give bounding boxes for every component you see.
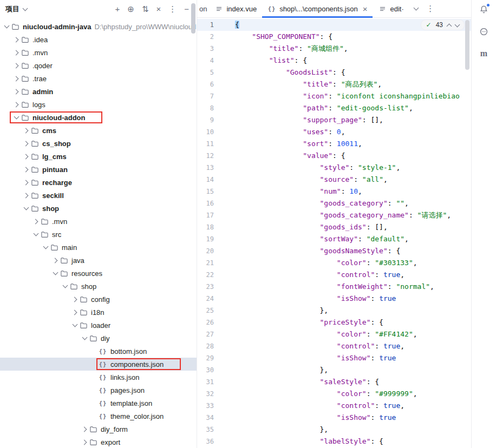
prev-problem-icon[interactable] [447,23,452,29]
tree-item-export[interactable]: export [0,436,197,448]
kebab-menu-icon[interactable]: ⋮ [168,5,177,13]
code-line-35[interactable]: 35 }, [197,424,471,436]
code-line-6[interactable]: 6 "title": "商品列表", [197,78,471,90]
code-line-23[interactable]: 23 "fontWeight": "normal", [197,281,471,293]
code-line-24[interactable]: 24 "isShow": true [197,293,471,305]
code-line-11[interactable]: 11 "sort": 10011, [197,138,471,150]
code-line-33[interactable]: 33 "control": true, [197,400,471,412]
code-line-30[interactable]: 30 }, [197,364,471,376]
tree-item-.trae[interactable]: .trae [0,72,197,85]
code-line-15[interactable]: 15 "num": 10, [197,186,471,197]
swap-arrows-icon[interactable]: ⇅ [142,5,149,13]
chevron-down-icon[interactable] [51,269,60,278]
tab-edit-[interactable]: edit· [373,0,409,17]
chevron-down-icon[interactable] [41,243,50,252]
chevron-right-icon[interactable] [22,139,30,148]
tree-item-shop[interactable]: shop [0,280,197,293]
chevron-down-icon[interactable] [2,22,11,31]
tree-item-template.json[interactable]: {}template.json [0,397,197,410]
code-line-8[interactable]: 8 "path": "edit-goods-list", [197,102,471,114]
tree-item-links.json[interactable]: {}links.json [0,371,197,384]
chevron-down-icon[interactable] [409,0,423,17]
close-icon[interactable]: × [156,5,161,13]
tree-item-cs_shop[interactable]: cs_shop [0,137,197,150]
code-line-25[interactable]: 25 }, [197,305,471,317]
tree-item-niucloud-addon[interactable]: niucloud-addon [0,111,197,124]
tree-item-shop[interactable]: shop [0,202,197,215]
inspections-widget[interactable]: ✓ 43 [421,19,465,30]
tree-item-src[interactable]: src [0,228,197,241]
code-line-34[interactable]: 34 "isShow": true [197,412,471,424]
code-line-4[interactable]: 4 "list": { [197,55,471,67]
tree-item-.idea[interactable]: .idea [0,33,197,46]
tree-item-diy[interactable]: diy [0,332,197,345]
chevron-right-icon[interactable] [22,191,30,200]
code-line-19[interactable]: 19 "sortWay": "default", [197,233,471,245]
chevron-right-icon[interactable] [22,126,30,135]
tree-item-lg_cms[interactable]: lg_cms [0,150,197,163]
code-line-18[interactable]: 18 "goods_ids": [], [197,221,471,233]
hide-panel-icon[interactable]: − [184,5,189,13]
code-line-3[interactable]: 3 "title": "商城组件", [197,43,471,55]
code-line-10[interactable]: 10 "uses": 0, [197,126,471,138]
tree-item-niucloud-admin-java[interactable]: niucloud-admin-javaD:\phpstudy_pro\WWW\n… [0,20,197,33]
close-tab-icon[interactable]: × [363,5,368,13]
tab-overflow[interactable]: on [197,0,209,17]
tree-item-seckill[interactable]: seckill [0,189,197,202]
tree-item-resources[interactable]: resources [0,267,197,280]
tree-item-components.json[interactable]: {}components.json [0,358,197,371]
tree-item-bottom.json[interactable]: {}bottom.json [0,345,197,358]
code-line-28[interactable]: 28 "control": true, [197,340,471,352]
tree-item-.mvn[interactable]: .mvn [0,46,197,59]
tree-item-config[interactable]: config [0,293,197,306]
tree-scrollbar[interactable] [191,3,195,34]
tab-shop-components-json[interactable]: {}shop\...\components.json× [262,0,373,17]
chevron-right-icon[interactable] [51,256,60,265]
tab-index-vue[interactable]: index.vue [209,0,262,17]
tree-item-loader[interactable]: loader [0,319,197,332]
code-line-22[interactable]: 22 "control": true, [197,269,471,281]
chevron-right-icon[interactable] [80,438,89,446]
chevron-down-icon[interactable] [80,334,89,342]
tree-item-theme_color.json[interactable]: {}theme_color.json [0,410,197,423]
chevron-down-icon[interactable] [12,113,21,122]
chevron-right-icon[interactable] [12,74,21,83]
tree-item-main[interactable]: main [0,241,197,254]
add-icon[interactable]: + [115,5,120,13]
code-line-17[interactable]: 17 "goods_category_name": "请选择", [197,209,471,221]
chevron-down-icon[interactable] [22,204,30,213]
notifications-bell-icon[interactable] [479,4,490,15]
tree-item-diy_form[interactable]: diy_form [0,423,197,436]
tree-item-pages.json[interactable]: {}pages.json [0,384,197,397]
chevron-right-icon[interactable] [70,295,79,304]
tree-item-recharge[interactable]: recharge [0,176,197,189]
code-line-20[interactable]: 20 "goodsNameStyle": { [197,245,471,257]
next-problem-icon[interactable] [455,22,460,27]
tree-item-java[interactable]: java [0,254,197,267]
locate-file-icon[interactable]: ⊕ [127,5,134,13]
tree-item-.qoder[interactable]: .qoder [0,59,197,72]
tree-item-cms[interactable]: cms [0,124,197,137]
maven-icon[interactable]: m [479,48,490,59]
chevron-down-icon[interactable] [70,321,79,330]
chevron-down-icon[interactable] [61,282,69,291]
project-panel-title[interactable]: 项目 [5,4,19,14]
code-line-31[interactable]: 31 "saleStyle": { [197,376,471,388]
tree-item-logs[interactable]: logs [0,98,197,111]
code-line-5[interactable]: 5 "GoodsList": { [197,67,471,78]
chevron-down-icon[interactable] [31,230,40,239]
chevron-right-icon[interactable] [12,48,21,57]
code-line-32[interactable]: 32 "color": "#999999", [197,388,471,400]
chevron-right-icon[interactable] [22,178,30,187]
tree-item-i18n[interactable]: i18n [0,306,197,319]
code-line-29[interactable]: 29 "isShow": true [197,352,471,364]
chevron-right-icon[interactable] [31,217,40,226]
tree-item-admin[interactable]: admin [0,85,197,98]
chevron-right-icon[interactable] [70,308,79,317]
code-line-9[interactable]: 9 "support_page": [], [197,114,471,126]
tree-item-pintuan[interactable]: pintuan [0,163,197,176]
code-line-27[interactable]: 27 "color": "#FF4142", [197,328,471,340]
chevron-right-icon[interactable] [80,425,89,433]
ai-assistant-icon[interactable] [479,26,490,37]
code-line-16[interactable]: 16 "goods_category": "", [197,197,471,209]
